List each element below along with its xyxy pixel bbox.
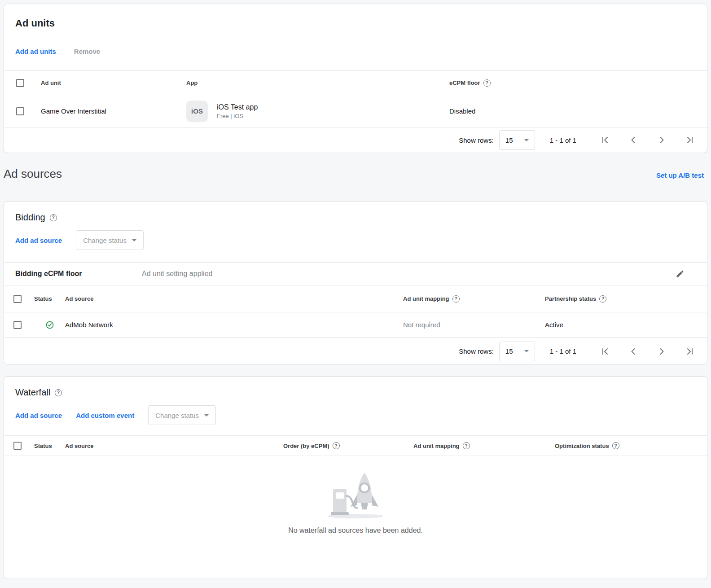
- add-ad-source-link[interactable]: Add ad source: [15, 412, 62, 419]
- setup-ab-test-link[interactable]: Set up A/B test: [656, 171, 704, 179]
- chevron-down-icon: [132, 239, 136, 241]
- first-page-button[interactable]: [600, 135, 610, 145]
- change-status-button[interactable]: Change status: [148, 405, 216, 425]
- page-range: 1 - 1 of 1: [550, 347, 576, 355]
- show-rows-label: Show rows:: [459, 136, 494, 144]
- change-status-label: Change status: [155, 412, 199, 419]
- bidding-pagination: Show rows: 15 1 - 1 of 1: [4, 338, 707, 364]
- column-partnership-status: Partnership status: [545, 295, 596, 302]
- add-ad-units-link[interactable]: Add ad units: [15, 48, 56, 55]
- column-optimization-status: Optimization status: [555, 443, 609, 449]
- ad-unit-mapping-value: Not required: [403, 321, 545, 329]
- column-ad-source: Ad source: [65, 295, 403, 302]
- bidding-header: Bidding Add ad source Change status: [4, 202, 707, 263]
- page-size-select[interactable]: 15: [499, 342, 535, 361]
- bidding-row[interactable]: AdMob Network Not required Active: [4, 312, 707, 338]
- ad-units-title: Ad units: [15, 18, 696, 29]
- edit-button[interactable]: [676, 269, 685, 278]
- ad-source-name: AdMob Network: [65, 321, 403, 329]
- ad-units-table-header: Ad unit App eCPM floor: [4, 71, 707, 95]
- bidding-card: Bidding Add ad source Change status Bidd…: [4, 201, 707, 364]
- help-icon[interactable]: [599, 295, 606, 303]
- column-status: Status: [34, 443, 65, 449]
- ad-unit-row[interactable]: Game Over Interstitial iOS iOS Test app …: [4, 95, 707, 127]
- first-page-button[interactable]: [600, 346, 610, 357]
- app-meta: Free | iOS: [217, 113, 258, 119]
- next-page-button[interactable]: [656, 135, 667, 145]
- waterfall-empty-message: No waterfall ad sources have been added.: [288, 527, 423, 535]
- bidding-ecpm-floor-value: Ad unit setting applied: [142, 270, 676, 278]
- ad-sources-section-header: Ad sources Set up A/B test: [4, 167, 704, 181]
- ad-units-card: Ad units Add ad units Remove Ad unit App…: [4, 4, 707, 153]
- help-icon[interactable]: [452, 295, 460, 303]
- remove-link[interactable]: Remove: [74, 48, 100, 55]
- ad-sources-title: Ad sources: [4, 167, 62, 181]
- help-icon[interactable]: [463, 442, 470, 449]
- show-rows-label: Show rows:: [459, 347, 494, 355]
- prev-page-button[interactable]: [628, 346, 639, 357]
- bidding-title: Bidding: [15, 212, 45, 223]
- ios-app-icon: iOS: [186, 101, 208, 122]
- rocket-pump-illustration: [320, 466, 391, 520]
- select-all-checkbox[interactable]: [13, 442, 22, 450]
- column-ecpm-floor: eCPM floor: [449, 79, 480, 86]
- column-ad-source: Ad source: [65, 443, 283, 449]
- bidding-ecpm-floor-label: Bidding eCPM floor: [15, 270, 142, 278]
- ad-units-pagination: Show rows: 15 1 - 1 of 1: [4, 127, 707, 153]
- waterfall-title: Waterfall: [15, 387, 50, 398]
- page-size-value: 15: [505, 136, 513, 144]
- waterfall-header: Waterfall Add ad source Add custom event…: [4, 377, 707, 436]
- last-page-button[interactable]: [685, 346, 695, 357]
- pencil-icon: [676, 269, 685, 278]
- partnership-status-value: Active: [545, 321, 707, 329]
- prev-page-button[interactable]: [628, 135, 639, 145]
- column-ad-unit: Ad unit: [41, 79, 186, 86]
- help-icon[interactable]: [333, 442, 340, 449]
- column-order: Order (by eCPM): [283, 443, 329, 449]
- change-status-button[interactable]: Change status: [76, 230, 144, 250]
- select-all-checkbox[interactable]: [13, 295, 22, 303]
- bidding-ecpm-floor-row: Bidding eCPM floor Ad unit setting appli…: [4, 263, 707, 285]
- active-status-icon: [45, 320, 54, 329]
- bidding-table-header: Status Ad source Ad unit mapping Partner…: [4, 285, 707, 312]
- change-status-label: Change status: [83, 237, 127, 244]
- add-ad-source-link[interactable]: Add ad source: [15, 237, 62, 244]
- app-name: iOS Test app: [217, 103, 258, 111]
- row-checkbox[interactable]: [13, 321, 22, 329]
- add-custom-event-link[interactable]: Add custom event: [76, 412, 134, 419]
- column-status: Status: [34, 295, 65, 302]
- page-size-select[interactable]: 15: [499, 130, 535, 150]
- next-page-button[interactable]: [656, 346, 667, 357]
- chevron-down-icon: [524, 139, 529, 141]
- help-icon[interactable]: [50, 214, 57, 221]
- column-app: App: [186, 79, 449, 86]
- chevron-down-icon: [524, 350, 529, 352]
- ad-unit-name: Game Over Interstitial: [41, 107, 186, 115]
- ecpm-floor-value: Disabled: [449, 107, 707, 115]
- waterfall-card: Waterfall Add ad source Add custom event…: [4, 376, 707, 579]
- page-range: 1 - 1 of 1: [550, 136, 576, 144]
- last-page-button[interactable]: [685, 135, 695, 145]
- help-icon[interactable]: [55, 389, 62, 396]
- waterfall-empty-state: No waterfall ad sources have been added.: [4, 456, 707, 555]
- row-checkbox[interactable]: [16, 107, 24, 115]
- column-ad-unit-mapping: Ad unit mapping: [413, 443, 460, 449]
- chevron-down-icon: [204, 414, 209, 417]
- page-size-value: 15: [505, 347, 513, 355]
- waterfall-table-header: Status Ad source Order (by eCPM) Ad unit…: [4, 436, 707, 456]
- select-all-checkbox[interactable]: [16, 79, 24, 87]
- help-icon[interactable]: [483, 79, 491, 87]
- ad-units-header: Ad units Add ad units Remove: [4, 4, 707, 71]
- column-ad-unit-mapping: Ad unit mapping: [403, 295, 449, 302]
- help-icon[interactable]: [612, 442, 619, 449]
